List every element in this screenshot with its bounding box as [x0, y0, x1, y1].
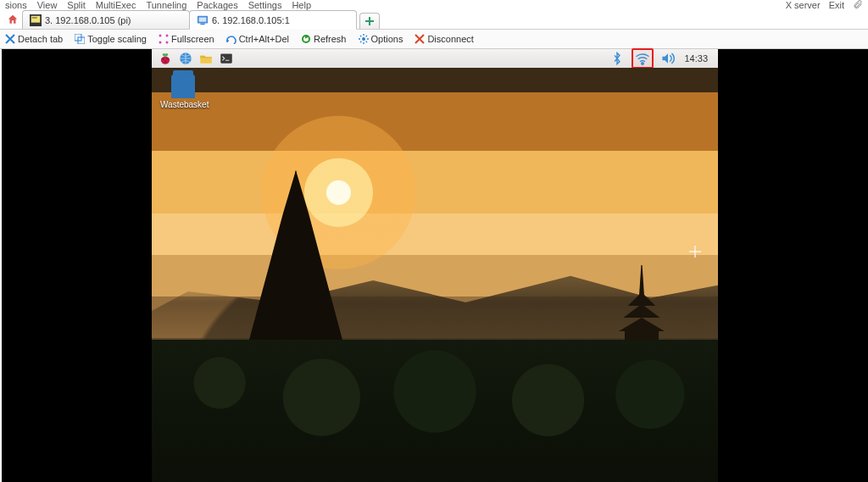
- volume-tray-icon[interactable]: [660, 51, 676, 66]
- vnc-viewer[interactable]: 14:33 Wastebasket: [2, 49, 868, 482]
- svg-point-15: [162, 58, 164, 60]
- svg-point-11: [165, 42, 168, 44]
- refresh-label: Refresh: [314, 34, 347, 44]
- menu-item[interactable]: Packages: [197, 0, 237, 10]
- menu-item[interactable]: Settings: [248, 0, 282, 10]
- web-browser-launcher[interactable]: [177, 51, 194, 66]
- menu-item[interactable]: View: [37, 0, 58, 10]
- disconnect-button[interactable]: Disconnect: [415, 34, 473, 44]
- app-menubar: sions View Split MultiExec Tunneling Pac…: [0, 0, 868, 10]
- options-label: Options: [371, 34, 403, 44]
- disconnect-label: Disconnect: [427, 34, 473, 44]
- menu-item[interactable]: sions: [5, 0, 27, 10]
- svg-point-13: [362, 37, 365, 41]
- desktop-icon-label: Wastebasket: [160, 100, 206, 109]
- wastebasket-desktop-icon[interactable]: Wastebasket: [160, 75, 206, 109]
- taskbar-clock[interactable]: 14:33: [682, 53, 709, 64]
- detach-icon: [5, 34, 15, 44]
- menu-item[interactable]: Help: [292, 0, 311, 10]
- trash-icon: [171, 75, 195, 98]
- remote-desktop[interactable]: 14:33 Wastebasket: [152, 49, 718, 482]
- svg-point-17: [164, 60, 166, 63]
- disconnect-icon: [415, 34, 425, 44]
- wifi-tray-icon[interactable]: [632, 48, 654, 69]
- xserver-menu[interactable]: X server: [786, 0, 821, 10]
- exit-menu[interactable]: Exit: [829, 0, 844, 10]
- fullscreen-button[interactable]: Fullscreen: [159, 34, 214, 44]
- svg-rect-5: [200, 23, 204, 25]
- cad-icon: [226, 34, 236, 44]
- svg-rect-2: [32, 17, 37, 18]
- vnc-icon: [197, 14, 209, 26]
- refresh-button[interactable]: Refresh: [301, 34, 347, 44]
- rpi-menu-button[interactable]: [157, 51, 174, 66]
- fullscreen-marker-icon: [689, 246, 701, 258]
- rpi-taskbar: 14:33: [152, 49, 718, 69]
- svg-rect-1: [31, 15, 41, 22]
- session-tab-ssh[interactable]: 3. 192.168.0.105 (pi): [22, 10, 190, 29]
- tab-label: 3. 192.168.0.105 (pi): [45, 15, 131, 25]
- tab-label: 6. 192.168.0.105:1: [212, 15, 290, 25]
- session-tab-strip: 3. 192.168.0.105 (pi) 6. 192.168.0.105:1: [0, 10, 868, 30]
- home-tab-button[interactable]: [3, 10, 22, 29]
- desktop-wallpaper: [152, 68, 718, 482]
- menu-item[interactable]: MultiExec: [96, 0, 136, 10]
- file-manager-launcher[interactable]: [198, 51, 214, 66]
- cad-label: Ctrl+Alt+Del: [239, 34, 289, 44]
- session-tab-vnc[interactable]: 6. 192.168.0.105:1: [189, 10, 357, 30]
- svg-rect-4: [199, 17, 207, 21]
- svg-point-16: [166, 58, 169, 60]
- new-tab-button[interactable]: [359, 13, 380, 29]
- fullscreen-label: Fullscreen: [171, 34, 214, 44]
- menu-item[interactable]: Split: [67, 0, 85, 10]
- svg-point-9: [165, 35, 168, 37]
- scaling-icon: [75, 34, 85, 44]
- vnc-toolbar: Detach tab Toggle scaling Fullscreen Ctr…: [0, 30, 868, 49]
- menu-item[interactable]: Tunneling: [146, 0, 186, 10]
- scaling-label: Toggle scaling: [87, 34, 147, 44]
- toggle-scaling-button[interactable]: Toggle scaling: [75, 34, 147, 44]
- paperclip-icon: [853, 0, 863, 10]
- fullscreen-icon: [159, 34, 169, 44]
- svg-point-10: [159, 42, 161, 44]
- svg-point-8: [159, 35, 161, 37]
- detach-label: Detach tab: [18, 34, 63, 44]
- svg-rect-19: [220, 53, 232, 63]
- terminal-launcher[interactable]: [218, 51, 235, 66]
- refresh-icon: [301, 34, 311, 44]
- options-icon: [359, 34, 369, 44]
- detach-tab-button[interactable]: Detach tab: [5, 34, 63, 44]
- ctrl-alt-del-button[interactable]: Ctrl+Alt+Del: [226, 34, 289, 44]
- options-button[interactable]: Options: [359, 34, 403, 44]
- putty-icon: [30, 14, 42, 26]
- svg-point-20: [642, 63, 643, 64]
- svg-point-14: [161, 57, 170, 64]
- bluetooth-tray-icon[interactable]: [609, 51, 625, 66]
